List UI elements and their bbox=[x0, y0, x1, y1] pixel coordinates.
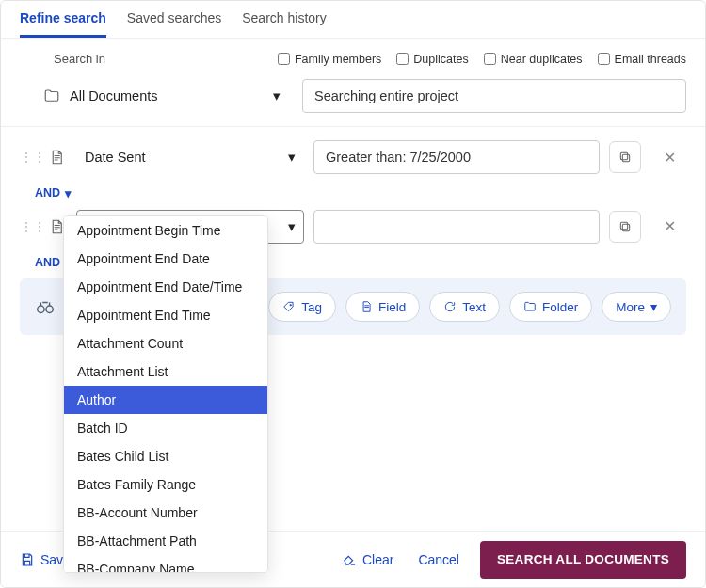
remove-condition-button[interactable]: ✕ bbox=[652, 149, 686, 167]
dropdown-option[interactable]: Author bbox=[64, 386, 267, 414]
dropdown-option[interactable]: Appointment End Time bbox=[64, 301, 267, 329]
scope-row: All Documents ▾ bbox=[35, 79, 686, 113]
scope-description-input[interactable] bbox=[302, 79, 686, 113]
dropdown-option[interactable]: Appointment End Date bbox=[64, 245, 267, 273]
dropdown-option[interactable]: Bates Child List bbox=[64, 442, 267, 470]
dropdown-option[interactable]: BB-Attachment Path bbox=[64, 527, 267, 555]
clear-button[interactable]: Clear bbox=[343, 552, 393, 567]
field-dropdown[interactable]: Appointment Begin TimeAppointment End Da… bbox=[63, 215, 268, 573]
search-all-documents-button[interactable]: SEARCH ALL DOCUMENTS bbox=[480, 541, 686, 579]
svg-point-4 bbox=[38, 306, 44, 312]
svg-rect-3 bbox=[620, 222, 627, 229]
operator-toggle[interactable]: AND▾ bbox=[35, 186, 72, 200]
svg-point-5 bbox=[46, 306, 53, 312]
include-checkboxes: Family members Duplicates Near duplicate… bbox=[278, 53, 686, 66]
cancel-button[interactable]: Cancel bbox=[418, 552, 459, 567]
chip-more[interactable]: More▾ bbox=[602, 292, 671, 322]
chk-near-duplicates[interactable]: Near duplicates bbox=[484, 53, 583, 66]
folder-icon bbox=[43, 87, 60, 104]
caret-down-icon: ▾ bbox=[288, 150, 296, 165]
chk-duplicates[interactable]: Duplicates bbox=[396, 53, 468, 66]
dropdown-option[interactable]: Attachment List bbox=[64, 358, 267, 386]
condition-row: ⋮⋮ Date Sent ▾ ✕ bbox=[20, 140, 686, 174]
dropdown-option[interactable]: Bates Family Range bbox=[64, 470, 267, 499]
search-in-row: Search in Family members Duplicates Near… bbox=[20, 52, 686, 66]
chip-text[interactable]: Text bbox=[429, 292, 500, 322]
document-icon bbox=[48, 149, 67, 166]
caret-down-icon: ▾ bbox=[650, 299, 657, 314]
binoculars-icon bbox=[35, 296, 56, 317]
dropdown-option[interactable]: Batch ID bbox=[64, 414, 267, 442]
condition-value-input[interactable] bbox=[313, 210, 600, 244]
svg-point-6 bbox=[290, 305, 291, 306]
dropdown-option[interactable]: BB-Company Name bbox=[64, 555, 267, 573]
remove-condition-button[interactable]: ✕ bbox=[652, 217, 686, 235]
tab-refine-search[interactable]: Refine search bbox=[20, 10, 106, 38]
dropdown-option[interactable]: Appointment Begin Time bbox=[64, 216, 267, 245]
drag-handle-icon[interactable]: ⋮⋮ bbox=[20, 150, 39, 165]
chip-tag[interactable]: Tag bbox=[268, 292, 336, 322]
duplicate-condition-button[interactable] bbox=[609, 211, 641, 243]
dropdown-option[interactable]: Appointment End Date/Time bbox=[64, 273, 267, 301]
tab-saved-searches[interactable]: Saved searches bbox=[127, 10, 221, 38]
scope-folder-label: All Documents bbox=[70, 88, 157, 103]
svg-rect-2 bbox=[622, 224, 629, 230]
field-select[interactable]: Date Sent ▾ bbox=[76, 140, 304, 174]
drag-handle-icon[interactable]: ⋮⋮ bbox=[20, 219, 39, 234]
chk-family-members[interactable]: Family members bbox=[278, 53, 381, 66]
caret-down-icon: ▾ bbox=[288, 219, 296, 234]
chip-folder[interactable]: Folder bbox=[509, 292, 592, 322]
svg-rect-0 bbox=[622, 154, 629, 161]
tab-bar: Refine search Saved searches Search hist… bbox=[1, 1, 705, 39]
chk-email-threads[interactable]: Email threads bbox=[598, 53, 686, 66]
search-panel: Refine search Saved searches Search hist… bbox=[0, 0, 706, 588]
search-in-label: Search in bbox=[54, 52, 105, 66]
caret-down-icon: ▾ bbox=[273, 88, 281, 103]
condition-value-input[interactable] bbox=[313, 140, 600, 174]
chip-field[interactable]: Field bbox=[345, 292, 420, 322]
svg-rect-1 bbox=[620, 152, 627, 159]
caret-down-icon: ▾ bbox=[65, 186, 72, 200]
dropdown-option[interactable]: Attachment Count bbox=[64, 329, 267, 358]
duplicate-condition-button[interactable] bbox=[609, 141, 641, 173]
scope-folder-select[interactable]: All Documents ▾ bbox=[35, 79, 289, 113]
dropdown-option[interactable]: BB-Account Number bbox=[64, 499, 267, 527]
tab-search-history[interactable]: Search history bbox=[242, 10, 326, 38]
